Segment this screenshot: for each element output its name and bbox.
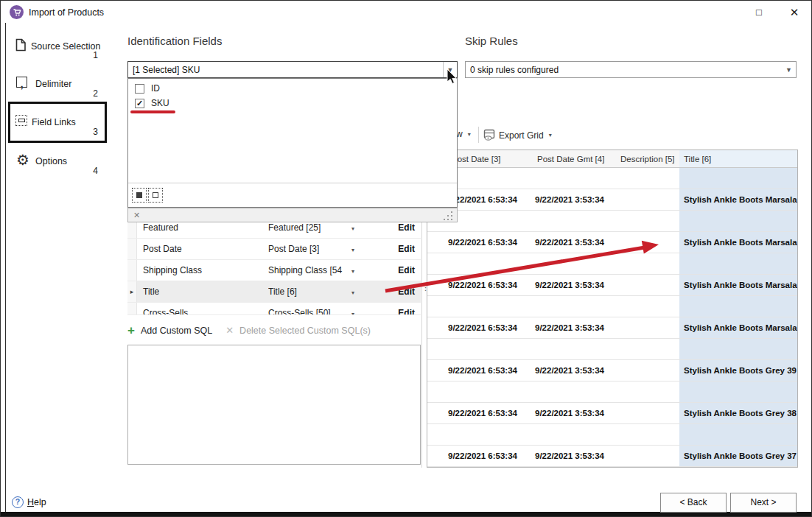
chevron-down-icon[interactable] [349,222,379,233]
field-name: Featured [137,222,268,233]
help-link[interactable]: Help [27,497,46,507]
combo-value: [1 Selected] SKU [128,65,443,75]
option-sku[interactable]: ✓ SKU [128,96,457,110]
cell-post-date-gmt: 9/22/2021 3:53:34 [525,446,607,466]
cell-description [607,446,679,466]
table-row[interactable]: Post Date Post Date [3] Edit [127,239,421,260]
source-column-combo[interactable]: Shipping Class [54 [268,265,349,275]
column-header-title[interactable]: Title [6] [679,150,797,167]
table-row[interactable] [427,211,797,232]
cell-post-date-gmt: 9/22/2021 3:53:34 [525,232,607,253]
cell-description [607,339,679,359]
popup-icon-bar [128,183,457,207]
cell-post-date-gmt: 9/22/2021 3:53:34 [525,189,607,210]
cell-title: Stylish Ankle Boots Grey 37 [679,446,797,466]
column-header-post-date-gmt[interactable]: Post Date Gmt [4] [525,150,607,167]
table-row[interactable] [427,381,797,403]
skip-rules-heading: Skip Rules [465,35,518,47]
splitter-grip[interactable]: ⋮ [421,285,427,301]
maximize-button[interactable]: □ [749,5,769,20]
custom-sql-list[interactable] [127,345,421,465]
table-row[interactable] [427,424,797,446]
table-row[interactable] [427,296,797,317]
help-label-rest: elp [34,497,46,507]
cell-post-date-gmt [525,296,607,317]
identification-fields-combobox[interactable]: [1 Selected] SKU ▼ [127,61,458,78]
resize-grip-icon[interactable] [444,211,452,220]
export-grid-button[interactable]: Export Grid [483,129,552,141]
next-button[interactable]: Next > [730,493,797,513]
cell-description [607,168,679,189]
source-column-combo[interactable]: Title [6] [268,286,349,297]
cell-post-date-gmt [525,168,607,189]
checkbox-unchecked-icon[interactable] [135,84,144,94]
cell-description [607,253,679,274]
cell-post-date-gmt [525,253,607,274]
close-button[interactable]: ✕ [785,5,804,20]
cell-post-date: 9/22/2021 6:53:34 [427,403,525,423]
cell-post-date: 9/22/2021 6:53:34 [427,317,525,338]
option-id[interactable]: ID [128,81,457,96]
sidebar-item-delimiter[interactable]: Delimiter [35,79,71,89]
back-button[interactable]: < Back [660,493,727,513]
table-row-selected[interactable]: ▸ Title Title [6] Edit [127,281,421,303]
cell-title: Stylish Ankle Boots Marsala [679,189,797,210]
chevron-down-icon[interactable]: ▼ [443,62,457,77]
row-indicator [127,303,137,314]
source-column-combo[interactable]: Cross-Sells [50] [268,303,349,315]
cell-description [607,360,679,381]
skip-rules-combobox[interactable]: 0 skip rules configured ▼ [465,61,797,78]
field-name: Cross-Sells [137,303,268,315]
edit-link[interactable]: Edit [379,265,421,275]
table-row[interactable] [427,253,797,275]
table-row[interactable]: 9/22/2021 6:53:349/22/2021 3:53:34Stylis… [427,403,797,424]
table-row[interactable]: 9/22/2021 6:53:349/22/2021 3:53:34Stylis… [427,446,797,467]
cell-post-date-gmt [525,381,607,402]
source-column-combo[interactable]: Featured [25] [268,222,349,233]
table-row[interactable]: 9/22/2021 6:53:349/22/2021 3:53:34Stylis… [427,360,797,381]
chevron-down-icon[interactable] [349,265,379,275]
edit-link[interactable]: Edit [379,244,421,254]
cell-post-date [427,381,525,402]
table-row[interactable]: 9/22/2021 6:53:349/22/2021 3:53:34Stylis… [427,275,797,296]
cell-description [607,232,679,253]
table-row[interactable]: 9/22/2021 6:53:349/22/2021 3:53:34Stylis… [427,189,797,211]
column-header-description[interactable]: Description [5] [607,150,679,167]
table-row[interactable]: Cross-Sells Cross-Sells [50] Edit [127,303,421,315]
cell-post-date: 9/22/2021 6:53:34 [427,232,525,253]
add-custom-sql-button[interactable]: Add Custom SQL [141,326,212,336]
chevron-down-icon[interactable] [349,244,379,254]
edit-link[interactable]: Edit [379,286,421,297]
table-row[interactable] [427,168,797,189]
help-icon: ? [12,496,24,508]
chevron-down-icon[interactable] [349,286,379,297]
chevron-down-icon[interactable] [349,303,379,315]
step-number: 4 [88,166,98,176]
chevron-down-icon[interactable]: ▼ [782,62,796,77]
field-name: Post Date [137,244,268,254]
check-all-icon[interactable] [132,188,147,203]
source-column-combo[interactable]: Post Date [3] [268,244,349,254]
cell-description [607,211,679,231]
option-label: ID [151,83,160,94]
delete-custom-sql-button: Delete Selected Custom SQL(s) [239,326,371,336]
cell-title: Stylish Ankle Boots Marsala [679,317,797,338]
data-grid[interactable]: Post Date [3] Post Date Gmt [4] Descript… [427,150,798,468]
checkbox-checked-icon[interactable]: ✓ [135,99,144,108]
table-row[interactable] [427,339,797,360]
sidebar-item-options[interactable]: Options [35,156,67,166]
cell-description [607,424,679,445]
table-row[interactable]: 9/22/2021 6:53:349/22/2021 3:53:34Stylis… [427,317,797,339]
edit-link[interactable]: Edit [379,303,421,315]
uncheck-all-icon[interactable] [148,188,163,203]
cell-title: Stylish Ankle Boots Grey 38 [679,403,797,423]
popup-footer-strip: ✕ [127,208,458,222]
cell-post-date [427,253,525,274]
table-row[interactable]: 9/22/2021 6:53:349/22/2021 3:53:34Stylis… [427,232,797,253]
edit-link[interactable]: Edit [379,222,421,233]
preview-grid-panel: Preview Export Grid Post Date [3] Post D… [427,124,798,468]
cell-title [679,253,797,274]
table-row[interactable]: Shipping Class Shipping Class [54 Edit [127,260,421,281]
sidebar-item-field-links[interactable]: Field Links [32,117,76,127]
popup-close-icon[interactable]: ✕ [133,211,140,220]
